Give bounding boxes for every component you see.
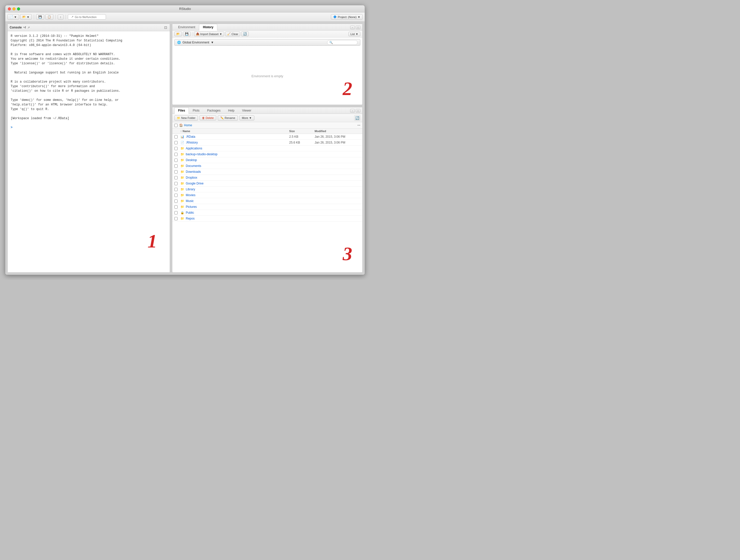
publish-button[interactable]: ↑ (58, 14, 64, 19)
list-dropdown-icon: ▼ (356, 32, 358, 35)
file-checkbox-rhistory[interactable] (174, 141, 178, 144)
console-prompt-line[interactable]: > (11, 125, 167, 130)
tab-viewer[interactable]: Viewer (238, 107, 255, 114)
more-button[interactable]: More ▼ (240, 115, 254, 120)
file-checkbox-backup[interactable] (174, 153, 178, 156)
file-name-googledrive[interactable]: 📁 Google Drive (180, 182, 289, 185)
file-checkbox-downloads[interactable] (174, 170, 178, 174)
console-line-10: 'citation()' on how to cite R or R packa… (11, 89, 167, 93)
file-checkbox-music[interactable] (174, 199, 178, 203)
file-name-desktop[interactable]: 📁 Desktop (180, 158, 289, 162)
env-minimize-btn[interactable]: − (350, 26, 355, 29)
file-checkbox-repos[interactable] (174, 217, 178, 220)
files-minimize-btn[interactable]: − (350, 109, 355, 112)
file-name-applications[interactable]: 📁 Applications (180, 147, 289, 150)
console-path-icon: ↗ (27, 26, 30, 29)
maximize-button[interactable] (17, 7, 20, 10)
file-name-movies[interactable]: 📁 Movies (180, 193, 289, 197)
file-name-repos[interactable]: 📁 Repos (180, 217, 289, 220)
file-checkbox-public[interactable] (174, 211, 178, 214)
console-prompt-symbol: > (11, 126, 12, 129)
files-maximize-btn[interactable]: □ (356, 109, 360, 112)
file-name-public[interactable]: 🔒 Public (180, 211, 289, 214)
file-row: 📁 Desktop (172, 157, 362, 163)
close-button[interactable] (8, 7, 11, 10)
col-checkbox (174, 129, 180, 132)
sort-icon: ↑ (180, 129, 182, 132)
file-checkbox-dropbox[interactable] (174, 176, 178, 179)
file-checkbox-pictures[interactable] (174, 205, 178, 209)
file-name-rdata[interactable]: 📊 .RData (180, 135, 289, 138)
rename-button[interactable]: ✏️ Rename (218, 115, 238, 121)
file-checkbox-rdata[interactable] (174, 135, 178, 138)
env-maximize-btn[interactable]: □ (356, 26, 360, 29)
tab-packages[interactable]: Packages (203, 107, 224, 114)
file-name-documents[interactable]: 📁 Documents (180, 164, 289, 168)
tab-plots[interactable]: Plots (189, 107, 203, 114)
file-name-backup[interactable]: 📁 backup-rstudio-desktop (180, 153, 289, 156)
import-dataset-button[interactable]: 📥 Import Dataset ▼ (194, 31, 224, 36)
project-dropdown-icon: ▼ (358, 15, 360, 18)
project-button[interactable]: 🔷 Project: (None) ▼ (331, 14, 363, 19)
rhistory-icon: 📄 (180, 141, 184, 144)
tab-environment[interactable]: Environment (174, 24, 199, 30)
global-env-dropdown[interactable]: 🌐 Global Environment ▼ (174, 39, 360, 46)
tab-files[interactable]: Files (174, 107, 189, 114)
console-line-blank-4 (11, 93, 167, 98)
project-label: Project: (None) (338, 15, 357, 18)
rstudio-window: RStudio 📄▼ 📂▼ 💾 📋 ↑ ↗ Go to file/functio… (5, 5, 365, 275)
file-row: 📁 Library (172, 186, 362, 192)
refresh-env-button[interactable]: 🔄 (241, 31, 249, 36)
save-all-icon: 📋 (48, 15, 51, 18)
file-name-dropbox[interactable]: 📁 Dropbox (180, 176, 289, 179)
file-name-library[interactable]: 📁 Library (180, 188, 289, 191)
env-toolbar-sep (192, 32, 192, 36)
goto-file-input[interactable]: ↗ Go to file/function (68, 14, 106, 19)
open-file-button[interactable]: 📂▼ (20, 14, 32, 19)
console-expand-button[interactable]: ⊡ (164, 25, 168, 30)
console-line-blank-2 (11, 66, 167, 70)
file-name-pictures[interactable]: 📁 Pictures (180, 205, 289, 209)
env-empty-area: Environment is empty 2 (172, 47, 362, 105)
minimize-button[interactable] (12, 7, 15, 10)
main-toolbar: 📄▼ 📂▼ 💾 📋 ↑ ↗ Go to file/function 🔷 Proj… (5, 12, 365, 22)
folder-repos-icon: 📁 (180, 217, 184, 220)
select-all-checkbox[interactable] (174, 124, 178, 127)
folder-public-icon: 🔒 (180, 211, 184, 214)
breadcrumb-ellipsis[interactable]: ··· (357, 123, 360, 127)
import-icon: 📥 (196, 32, 199, 35)
col-name-header[interactable]: ↑ Name (180, 129, 289, 132)
save-button[interactable]: 💾 (36, 14, 44, 19)
tab-history[interactable]: History (199, 24, 217, 30)
clear-env-button[interactable]: 🧹 Clear (225, 31, 240, 36)
save-all-button[interactable]: 📋 (45, 14, 54, 19)
file-checkbox-googledrive[interactable] (174, 182, 178, 185)
file-checkbox-movies[interactable] (174, 194, 178, 197)
traffic-lights (8, 7, 20, 10)
annotation-2: 2 (343, 78, 353, 99)
env-save-button[interactable]: 💾 (183, 31, 191, 36)
file-checkbox-library[interactable] (174, 188, 178, 191)
new-file-button[interactable]: 📄▼ (7, 14, 19, 19)
console-line-9: Type 'contributors()' for more informati… (11, 84, 167, 89)
new-folder-button[interactable]: 📁 New Folder (174, 115, 198, 121)
breadcrumb-home[interactable]: 🏠 Home (179, 123, 192, 127)
folder-pictures-icon: 📁 (180, 205, 184, 209)
list-view-button[interactable]: List ▼ (348, 32, 360, 36)
files-refresh-button[interactable]: 🔄 (354, 115, 360, 121)
more-label: More (242, 116, 248, 119)
file-name-rhistory[interactable]: 📄 .Rhistory (180, 141, 289, 144)
new-folder-label: New Folder (181, 116, 195, 119)
tab-help[interactable]: Help (224, 107, 239, 114)
file-checkbox-applications[interactable] (174, 147, 178, 150)
env-search-input[interactable] (327, 40, 358, 45)
file-name-music[interactable]: 📁 Music (180, 199, 289, 203)
delete-button[interactable]: 🗑 Delete (199, 115, 216, 120)
console-line-blank-1 (11, 48, 167, 52)
env-load-button[interactable]: 📂 (174, 31, 182, 36)
console-output: R version 3.1.2 (2014-10-31) -- "Pumpkin… (8, 31, 170, 272)
file-checkbox-documents[interactable] (174, 164, 178, 168)
file-checkbox-desktop[interactable] (174, 159, 178, 162)
file-name-downloads[interactable]: 📁 Downloads (180, 170, 289, 174)
console-line-blank-5 (11, 111, 167, 116)
